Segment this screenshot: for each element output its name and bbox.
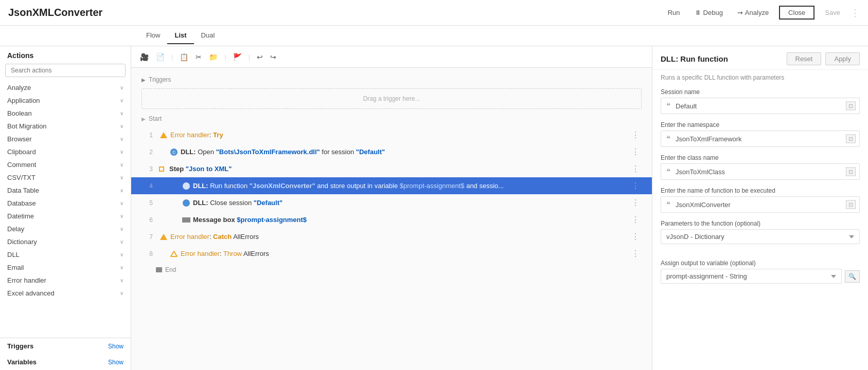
sidebar-item-comment[interactable]: Comment ∨ (0, 158, 131, 171)
row-menu-icon[interactable]: ⋮ (629, 146, 642, 158)
namespace-input[interactable]: ❝ JsonToXmlFramework (661, 131, 860, 147)
toolbar-folder-btn[interactable]: 📁 (206, 51, 220, 63)
chevron-down-icon: ∨ (120, 278, 123, 283)
session-name-group: Session name ❝ Default ⊡ (652, 83, 868, 116)
sidebar-item-error-handler[interactable]: Error handler ∨ (0, 274, 131, 287)
table-row[interactable]: 4 DLL: Run function "JsonXmlConverter" a… (131, 177, 652, 194)
row-menu-icon[interactable]: ⋮ (629, 129, 642, 141)
sidebar-item-dictionary[interactable]: Dictionary ∨ (0, 235, 131, 248)
toolbar-sep-3: | (249, 53, 250, 61)
main-layout: Actions Analyze ∨ Application ∨ Boolean … (0, 46, 868, 370)
function-name-value: JsonXmlConverter (676, 201, 731, 209)
chevron-down-icon: ∨ (120, 290, 123, 296)
drag-target: Drag a trigger here... (141, 88, 642, 109)
triangle-orange-outline-icon (169, 249, 179, 258)
sidebar-item-analyze[interactable]: Analyze ∨ (0, 81, 131, 94)
row-menu-icon[interactable]: ⋮ (629, 180, 642, 192)
svg-rect-6 (182, 217, 190, 223)
session-name-label: Session name (661, 88, 860, 96)
output-variable-group: Assign output to variable (optional) pro… (652, 254, 868, 286)
sidebar-item-boolean[interactable]: Boolean ∨ (0, 107, 131, 120)
toolbar-redo-btn[interactable]: ↪ (268, 51, 279, 63)
sidebar-item-email[interactable]: Email ∨ (0, 261, 131, 274)
sidebar-item-data-table[interactable]: Data Table ∨ (0, 184, 131, 197)
sidebar-item-browser[interactable]: Browser ∨ (0, 133, 131, 145)
tab-list[interactable]: List (167, 27, 193, 44)
chevron-down-icon: ∨ (120, 226, 123, 232)
session-name-value: Default (676, 102, 697, 110)
chevron-down-icon: ∨ (120, 213, 123, 219)
tab-dual[interactable]: Dual (194, 27, 222, 44)
sidebar-item-datetime[interactable]: Datetime ∨ (0, 210, 131, 223)
table-row[interactable]: 2 © DLL: Open "Bots\JsonToXmlFramework.d… (131, 143, 652, 160)
sidebar-item-clipboard[interactable]: Clipboard ∨ (0, 145, 131, 158)
save-button[interactable]: Save (821, 7, 844, 18)
trigger-label: Triggers (149, 76, 171, 83)
row-menu-icon[interactable]: ⋮ (629, 214, 642, 226)
toolbar: 🎥 📄 | 📋 ✂ 📁 | 🚩 | ↩ ↪ (131, 46, 652, 68)
right-panel-header: DLL: Run function Reset Apply (652, 46, 868, 70)
debug-button[interactable]: ⏸ Debug (690, 7, 727, 18)
table-row[interactable]: 7 Error handler: Catch AllErrors ⋮ (131, 228, 652, 245)
right-panel: DLL: Run function Reset Apply Runs a spe… (652, 46, 868, 370)
chevron-down-icon: ∨ (120, 239, 123, 245)
sidebar-item-database[interactable]: Database ∨ (0, 197, 131, 210)
run-button[interactable]: Run (664, 7, 684, 18)
function-name-input[interactable]: ❝ JsonXmlConverter (661, 196, 860, 213)
sidebar-item-dll[interactable]: DLL ∨ (0, 248, 131, 261)
variables-show-button[interactable]: Show (108, 359, 123, 366)
triggers-show-button[interactable]: Show (108, 343, 123, 350)
chevron-down-icon: ∨ (120, 265, 123, 270)
session-name-ext-icon[interactable]: ⊡ (846, 102, 856, 110)
sidebar-item-bot-migration[interactable]: Bot Migration ∨ (0, 120, 131, 133)
search-input[interactable] (5, 64, 126, 77)
sidebar-item-csvtxt[interactable]: CSV/TXT ∨ (0, 171, 131, 184)
function-name-ext-icon[interactable]: ⊡ (846, 200, 856, 209)
chevron-down-icon: ∨ (120, 162, 123, 168)
chevron-down-icon: ∨ (120, 252, 123, 257)
toolbar-record-btn[interactable]: 🎥 (137, 51, 151, 63)
session-name-input[interactable]: ❝ Default (661, 98, 860, 114)
toolbar-cut-btn[interactable]: ✂ (193, 51, 204, 63)
class-name-input[interactable]: ❝ JsonToXmlClass (661, 163, 860, 180)
sidebar-item-application[interactable]: Application ∨ (0, 94, 131, 107)
class-name-ext-icon[interactable]: ⊡ (846, 168, 856, 176)
close-button[interactable]: Close (779, 6, 814, 20)
namespace-ext-icon[interactable]: ⊡ (846, 135, 856, 143)
table-row[interactable]: 6 Message box $prompt-assignment$ ⋮ (131, 211, 652, 228)
namespace-value: JsonToXmlFramework (676, 135, 742, 143)
sidebar-item-excel-advanced[interactable]: Excel advanced ∨ (0, 287, 131, 300)
svg-marker-7 (160, 234, 167, 240)
chevron-down-icon: ∨ (120, 175, 123, 180)
row-menu-icon[interactable]: ⋮ (629, 197, 642, 209)
toolbar-flag-btn[interactable]: 🚩 (231, 51, 244, 63)
table-row[interactable]: 5 DLL: Close session "Default" ⋮ (131, 194, 652, 211)
output-variable-search-btn[interactable]: 🔍 (845, 270, 860, 283)
row-menu-icon[interactable]: ⋮ (629, 248, 642, 260)
toolbar-file-btn[interactable]: 📄 (153, 51, 167, 63)
right-panel-description: Runs a specific DLL function with parame… (652, 70, 868, 83)
svg-marker-0 (160, 132, 167, 138)
apply-button[interactable]: Apply (825, 52, 860, 65)
table-row[interactable]: 3 Step "Json to XML" ⋮ (131, 160, 652, 177)
table-row[interactable]: 1 Error handler: Try ⋮ (131, 126, 652, 143)
svg-marker-8 (171, 251, 177, 256)
variables-section: Variables Show (0, 354, 131, 370)
toolbar-copy-btn[interactable]: 📋 (177, 51, 191, 63)
row-menu-icon[interactable]: ⋮ (629, 163, 642, 175)
chevron-down-icon: ∨ (120, 149, 123, 155)
reset-button[interactable]: Reset (787, 52, 822, 65)
sidebar-footer: Triggers Show Variables Show (0, 338, 131, 370)
chevron-down-icon: ∨ (120, 98, 123, 103)
circle-blue-selected-icon (182, 181, 191, 191)
trigger-header: ▶ Triggers (131, 73, 652, 86)
svg-point-4 (183, 182, 190, 190)
sidebar-item-delay[interactable]: Delay ∨ (0, 223, 131, 235)
parameters-select[interactable]: vJsonD - Dictionary (661, 229, 860, 244)
tab-flow[interactable]: Flow (139, 27, 167, 44)
toolbar-undo-btn[interactable]: ↩ (254, 51, 265, 63)
output-variable-select[interactable]: prompt-assignment - String (661, 269, 842, 284)
row-menu-icon[interactable]: ⋮ (629, 231, 642, 243)
table-row[interactable]: 8 Error handler: Throw AllErrors ⋮ (131, 245, 652, 262)
analyze-button[interactable]: ⇝ Analyze (733, 7, 773, 18)
